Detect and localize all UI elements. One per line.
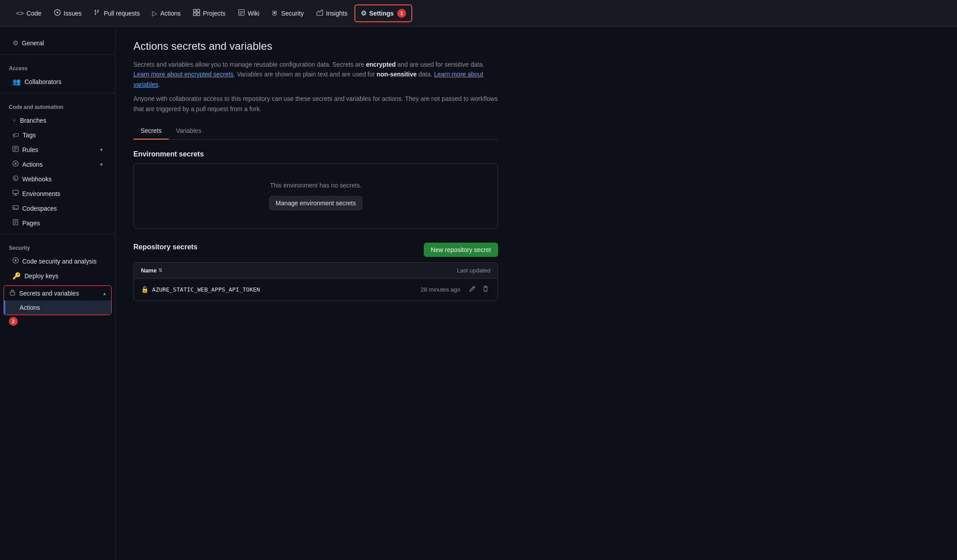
layout: ⚙ General Access 👥 Collaborators Code an… <box>0 27 957 560</box>
svg-point-13 <box>15 260 16 261</box>
pullrequest-icon <box>94 9 101 17</box>
key-icon: 🔑 <box>12 272 21 280</box>
nav-actions[interactable]: ▷ Actions <box>147 6 186 21</box>
code-icon: <> <box>16 9 24 17</box>
nav-settings[interactable]: ⚙ Settings 1 <box>354 4 412 22</box>
tab-secrets-label: Secrets <box>141 127 161 134</box>
issues-icon <box>54 9 61 17</box>
sidebar-item-tags[interactable]: 🏷 Tags <box>4 128 112 142</box>
nav-insights-label: Insights <box>326 10 347 17</box>
table-row: 🔒 AZURE_STATIC_WEB_APPS_API_TOKEN 28 min… <box>134 279 498 300</box>
settings-icon: ⚙ <box>361 9 366 17</box>
sort-icon: ⇅ <box>158 268 162 273</box>
sidebar-item-environments[interactable]: Environments <box>4 186 112 201</box>
sidebar-item-actions[interactable]: Actions ▾ <box>4 157 112 172</box>
nav-pr-label: Pull requests <box>104 10 140 17</box>
sidebar-item-general[interactable]: ⚙ General <box>4 36 112 51</box>
tag-icon: 🏷 <box>12 131 19 139</box>
sidebar-secrets-variables-header[interactable]: Secrets and variables ▴ <box>4 286 111 300</box>
sidebar-deploy-keys-label: Deploy keys <box>24 272 58 280</box>
secrets-icon <box>9 289 16 297</box>
sidebar-secrets-actions-sub[interactable]: Actions <box>4 300 111 315</box>
edit-secret-button[interactable] <box>467 284 477 295</box>
table-col-name: Name ⇅ <box>141 267 162 274</box>
sidebar-branches-label: Branches <box>20 117 46 124</box>
actions-chevron: ▾ <box>100 161 103 168</box>
tab-secrets[interactable]: Secrets <box>133 123 169 140</box>
row-left: 🔒 AZURE_STATIC_WEB_APPS_API_TOKEN <box>141 286 260 293</box>
sidebar-item-codespaces[interactable]: Codespaces <box>4 201 112 216</box>
projects-icon <box>193 9 200 17</box>
env-empty-text: This environment has no secrets. <box>143 182 489 189</box>
nav-wiki[interactable]: Wiki <box>233 5 265 21</box>
security-icon: ⛨ <box>272 9 278 17</box>
page-title: Actions secrets and variables <box>133 40 498 52</box>
sidebar-item-rules[interactable]: Rules ▾ <box>4 142 112 157</box>
wiki-icon <box>238 9 245 17</box>
secrets-chevron-up: ▴ <box>103 290 106 296</box>
tab-variables-label: Variables <box>176 127 201 134</box>
lock-icon: 🔒 <box>141 286 149 293</box>
nav-projects[interactable]: Projects <box>188 5 231 21</box>
new-repository-secret-button[interactable]: New repository secret <box>424 243 498 257</box>
security-section-label: Security <box>0 238 115 254</box>
row-actions <box>467 284 491 295</box>
nav-code[interactable]: <> Code <box>11 6 47 20</box>
svg-rect-4 <box>193 13 196 16</box>
sidebar-secrets-variables-label: Secrets and variables <box>19 290 79 297</box>
rules-chevron: ▾ <box>100 147 103 153</box>
repo-secrets-header: Repository secrets New repository secret <box>133 243 498 257</box>
row-right: 28 minutes ago <box>421 284 491 295</box>
svg-rect-2 <box>193 9 196 12</box>
people-icon: 👥 <box>12 78 21 86</box>
sidebar-general-label: General <box>22 40 44 47</box>
sidebar-item-branches[interactable]: ⑂ Branches <box>4 113 112 128</box>
delete-secret-button[interactable] <box>481 284 491 295</box>
env-secrets-box: This environment has no secrets. Manage … <box>133 164 498 228</box>
manage-env-secrets-button[interactable]: Manage environment secrets <box>269 196 363 210</box>
sidebar-actions-label: Actions <box>22 161 43 168</box>
secret-name: AZURE_STATIC_WEB_APPS_API_TOKEN <box>152 286 260 293</box>
nav-wiki-label: Wiki <box>248 10 259 17</box>
sidebar-item-webhooks[interactable]: Webhooks <box>4 172 112 186</box>
sidebar-item-deploy-keys[interactable]: 🔑 Deploy keys <box>4 268 112 284</box>
nav-code-label: Code <box>27 10 41 17</box>
tabs: Secrets Variables <box>133 123 498 140</box>
sidebar-item-pages[interactable]: Pages <box>4 216 112 230</box>
sidebar-environments-label: Environments <box>22 190 60 197</box>
svg-rect-3 <box>197 9 200 12</box>
col-updated-label: Last updated <box>457 267 491 274</box>
svg-marker-8 <box>15 162 17 164</box>
nav-pullrequests[interactable]: Pull requests <box>88 5 145 21</box>
secrets-variables-group: Secrets and variables ▴ Actions <box>4 285 112 315</box>
branches-icon: ⑂ <box>12 116 16 124</box>
access-section-label: Access <box>0 58 115 74</box>
svg-rect-14 <box>10 292 15 295</box>
rules-icon <box>12 146 19 153</box>
nav-settings-label: Settings <box>369 10 394 17</box>
env-secrets-title: Environment secrets <box>133 150 498 158</box>
repo-secrets-title: Repository secrets <box>133 243 197 251</box>
nav-issues[interactable]: Issues <box>48 5 87 21</box>
nav-security[interactable]: ⛨ Security <box>266 6 309 20</box>
sidebar-codespaces-label: Codespaces <box>22 205 57 212</box>
sidebar-tags-label: Tags <box>23 132 36 139</box>
table-header: Name ⇅ Last updated <box>134 263 498 279</box>
secrets-table: Name ⇅ Last updated 🔒 AZURE_STATIC_WEB_A… <box>133 262 498 301</box>
tab-variables[interactable]: Variables <box>169 123 208 140</box>
divider-2 <box>0 93 115 93</box>
svg-rect-5 <box>197 13 200 16</box>
nav-security-label: Security <box>281 10 304 17</box>
nav-insights[interactable]: Insights <box>311 5 353 21</box>
pages-icon <box>12 219 19 227</box>
sidebar-code-security-label: Code security and analysis <box>22 258 97 265</box>
actions-sidebar-icon <box>12 160 19 168</box>
sidebar-item-code-security[interactable]: Code security and analysis <box>4 254 112 268</box>
last-updated: 28 minutes ago <box>421 286 460 293</box>
link-encrypted-secrets[interactable]: Learn more about encrypted secrets <box>133 71 233 78</box>
webhooks-icon <box>12 175 19 183</box>
sidebar-item-collaborators[interactable]: 👥 Collaborators <box>4 74 112 89</box>
divider-3 <box>0 234 115 234</box>
code-security-icon <box>12 257 19 265</box>
main-content: Actions secrets and variables Secrets an… <box>116 27 516 560</box>
